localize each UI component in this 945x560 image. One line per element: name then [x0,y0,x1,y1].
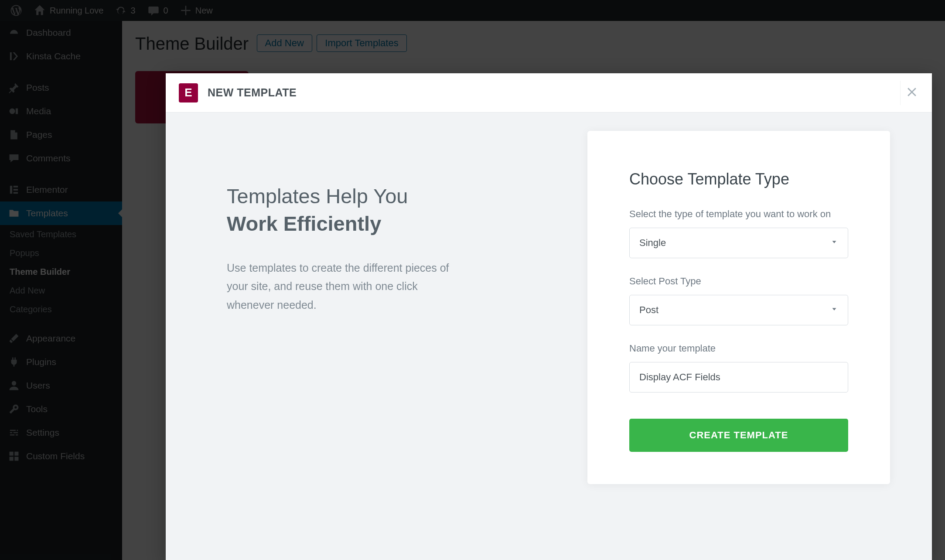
post-type-label: Select Post Type [629,276,848,287]
elementor-logo-icon: E [179,83,198,102]
intro-heading-line1: Templates Help You [227,184,408,208]
template-name-input[interactable] [639,372,838,383]
modal-body: Templates Help You Work Efficiently Use … [166,113,932,560]
chevron-down-icon [830,304,838,316]
create-template-button[interactable]: CREATE TEMPLATE [629,419,848,452]
modal-intro: Templates Help You Work Efficiently Use … [166,113,587,560]
modal-form-col: Choose Template Type Select the type of … [587,113,932,560]
chevron-down-icon [830,237,838,249]
intro-heading-line2: Work Efficiently [227,210,539,237]
close-icon [906,86,918,98]
modal-header: E NEW TEMPLATE [166,73,932,113]
modal-close-button[interactable] [900,81,923,105]
new-template-modal: E NEW TEMPLATE Templates Help You Work E… [166,73,932,560]
template-form-card: Choose Template Type Select the type of … [587,131,890,484]
template-name-label: Name your template [629,343,848,354]
intro-paragraph: Use templates to create the different pi… [227,259,454,314]
post-type-select[interactable]: Post [629,295,848,325]
card-title: Choose Template Type [629,170,848,188]
post-type-value: Post [639,304,658,316]
template-type-value: Single [639,237,666,249]
template-name-input-wrap [629,362,848,393]
template-type-label: Select the type of template you want to … [629,208,848,220]
intro-heading: Templates Help You Work Efficiently [227,182,539,238]
template-type-select[interactable]: Single [629,228,848,258]
modal-title: NEW TEMPLATE [208,86,297,99]
